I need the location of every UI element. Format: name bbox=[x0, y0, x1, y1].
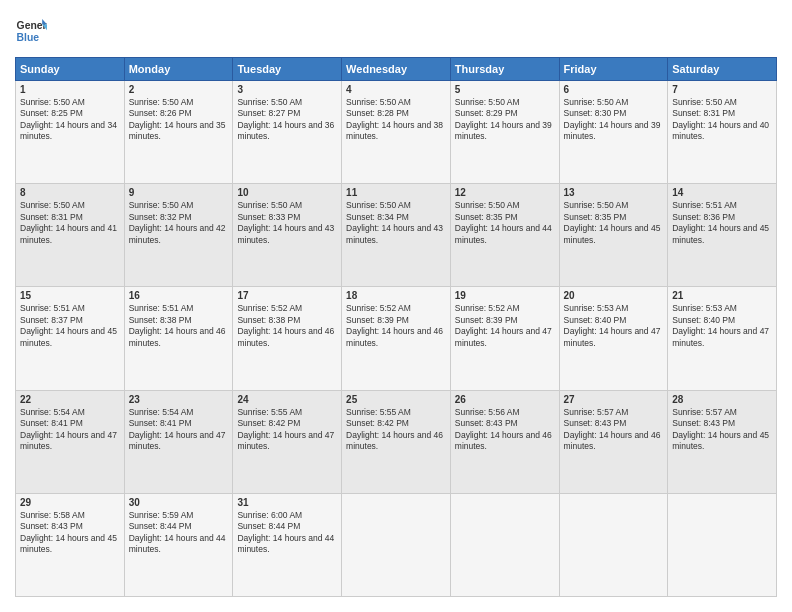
calendar-cell: 17Sunrise: 5:52 AMSunset: 8:38 PMDayligh… bbox=[233, 287, 342, 390]
calendar-cell: 22Sunrise: 5:54 AMSunset: 8:41 PMDayligh… bbox=[16, 390, 125, 493]
calendar-week-row: 1Sunrise: 5:50 AMSunset: 8:25 PMDaylight… bbox=[16, 81, 777, 184]
calendar-cell: 26Sunrise: 5:56 AMSunset: 8:43 PMDayligh… bbox=[450, 390, 559, 493]
day-header-thursday: Thursday bbox=[450, 58, 559, 81]
calendar-cell: 28Sunrise: 5:57 AMSunset: 8:43 PMDayligh… bbox=[668, 390, 777, 493]
cell-content: Sunrise: 5:56 AMSunset: 8:43 PMDaylight:… bbox=[455, 407, 552, 451]
day-number: 8 bbox=[20, 187, 120, 198]
svg-text:Blue: Blue bbox=[17, 32, 40, 43]
day-header-tuesday: Tuesday bbox=[233, 58, 342, 81]
cell-content: Sunrise: 5:51 AMSunset: 8:36 PMDaylight:… bbox=[672, 200, 769, 244]
day-number: 7 bbox=[672, 84, 772, 95]
cell-content: Sunrise: 5:50 AMSunset: 8:32 PMDaylight:… bbox=[129, 200, 226, 244]
calendar-cell: 25Sunrise: 5:55 AMSunset: 8:42 PMDayligh… bbox=[342, 390, 451, 493]
day-number: 25 bbox=[346, 394, 446, 405]
calendar-cell: 18Sunrise: 5:52 AMSunset: 8:39 PMDayligh… bbox=[342, 287, 451, 390]
calendar-cell: 21Sunrise: 5:53 AMSunset: 8:40 PMDayligh… bbox=[668, 287, 777, 390]
cell-content: Sunrise: 5:50 AMSunset: 8:27 PMDaylight:… bbox=[237, 97, 334, 141]
calendar-cell: 6Sunrise: 5:50 AMSunset: 8:30 PMDaylight… bbox=[559, 81, 668, 184]
cell-content: Sunrise: 5:52 AMSunset: 8:38 PMDaylight:… bbox=[237, 303, 334, 347]
calendar-cell: 29Sunrise: 5:58 AMSunset: 8:43 PMDayligh… bbox=[16, 493, 125, 596]
day-number: 22 bbox=[20, 394, 120, 405]
day-number: 5 bbox=[455, 84, 555, 95]
day-header-wednesday: Wednesday bbox=[342, 58, 451, 81]
cell-content: Sunrise: 6:00 AMSunset: 8:44 PMDaylight:… bbox=[237, 510, 334, 554]
day-header-friday: Friday bbox=[559, 58, 668, 81]
cell-content: Sunrise: 5:50 AMSunset: 8:33 PMDaylight:… bbox=[237, 200, 334, 244]
day-number: 9 bbox=[129, 187, 229, 198]
cell-content: Sunrise: 5:50 AMSunset: 8:28 PMDaylight:… bbox=[346, 97, 443, 141]
calendar-week-row: 15Sunrise: 5:51 AMSunset: 8:37 PMDayligh… bbox=[16, 287, 777, 390]
cell-content: Sunrise: 5:50 AMSunset: 8:29 PMDaylight:… bbox=[455, 97, 552, 141]
day-number: 10 bbox=[237, 187, 337, 198]
calendar-cell: 2Sunrise: 5:50 AMSunset: 8:26 PMDaylight… bbox=[124, 81, 233, 184]
day-number: 30 bbox=[129, 497, 229, 508]
calendar-week-row: 8Sunrise: 5:50 AMSunset: 8:31 PMDaylight… bbox=[16, 184, 777, 287]
day-number: 1 bbox=[20, 84, 120, 95]
day-number: 20 bbox=[564, 290, 664, 301]
cell-content: Sunrise: 5:53 AMSunset: 8:40 PMDaylight:… bbox=[672, 303, 769, 347]
calendar-week-row: 29Sunrise: 5:58 AMSunset: 8:43 PMDayligh… bbox=[16, 493, 777, 596]
calendar-cell: 1Sunrise: 5:50 AMSunset: 8:25 PMDaylight… bbox=[16, 81, 125, 184]
calendar-cell: 5Sunrise: 5:50 AMSunset: 8:29 PMDaylight… bbox=[450, 81, 559, 184]
calendar-cell bbox=[342, 493, 451, 596]
calendar-cell: 8Sunrise: 5:50 AMSunset: 8:31 PMDaylight… bbox=[16, 184, 125, 287]
calendar-cell: 14Sunrise: 5:51 AMSunset: 8:36 PMDayligh… bbox=[668, 184, 777, 287]
day-number: 24 bbox=[237, 394, 337, 405]
calendar-cell: 9Sunrise: 5:50 AMSunset: 8:32 PMDaylight… bbox=[124, 184, 233, 287]
day-number: 13 bbox=[564, 187, 664, 198]
cell-content: Sunrise: 5:50 AMSunset: 8:26 PMDaylight:… bbox=[129, 97, 226, 141]
calendar-cell: 27Sunrise: 5:57 AMSunset: 8:43 PMDayligh… bbox=[559, 390, 668, 493]
day-number: 19 bbox=[455, 290, 555, 301]
day-number: 27 bbox=[564, 394, 664, 405]
cell-content: Sunrise: 5:50 AMSunset: 8:25 PMDaylight:… bbox=[20, 97, 117, 141]
calendar-cell bbox=[559, 493, 668, 596]
day-number: 3 bbox=[237, 84, 337, 95]
calendar-cell: 7Sunrise: 5:50 AMSunset: 8:31 PMDaylight… bbox=[668, 81, 777, 184]
day-header-sunday: Sunday bbox=[16, 58, 125, 81]
cell-content: Sunrise: 5:57 AMSunset: 8:43 PMDaylight:… bbox=[564, 407, 661, 451]
cell-content: Sunrise: 5:50 AMSunset: 8:35 PMDaylight:… bbox=[455, 200, 552, 244]
day-number: 23 bbox=[129, 394, 229, 405]
calendar-cell: 31Sunrise: 6:00 AMSunset: 8:44 PMDayligh… bbox=[233, 493, 342, 596]
calendar-cell: 16Sunrise: 5:51 AMSunset: 8:38 PMDayligh… bbox=[124, 287, 233, 390]
cell-content: Sunrise: 5:50 AMSunset: 8:34 PMDaylight:… bbox=[346, 200, 443, 244]
calendar-page: General Blue SundayMondayTuesdayWednesda… bbox=[0, 0, 792, 612]
day-number: 17 bbox=[237, 290, 337, 301]
day-number: 12 bbox=[455, 187, 555, 198]
cell-content: Sunrise: 5:57 AMSunset: 8:43 PMDaylight:… bbox=[672, 407, 769, 451]
calendar-cell: 23Sunrise: 5:54 AMSunset: 8:41 PMDayligh… bbox=[124, 390, 233, 493]
calendar-cell: 3Sunrise: 5:50 AMSunset: 8:27 PMDaylight… bbox=[233, 81, 342, 184]
day-number: 15 bbox=[20, 290, 120, 301]
calendar-cell: 10Sunrise: 5:50 AMSunset: 8:33 PMDayligh… bbox=[233, 184, 342, 287]
cell-content: Sunrise: 5:59 AMSunset: 8:44 PMDaylight:… bbox=[129, 510, 226, 554]
cell-content: Sunrise: 5:51 AMSunset: 8:37 PMDaylight:… bbox=[20, 303, 117, 347]
calendar-cell: 13Sunrise: 5:50 AMSunset: 8:35 PMDayligh… bbox=[559, 184, 668, 287]
cell-content: Sunrise: 5:53 AMSunset: 8:40 PMDaylight:… bbox=[564, 303, 661, 347]
cell-content: Sunrise: 5:52 AMSunset: 8:39 PMDaylight:… bbox=[455, 303, 552, 347]
calendar-body: 1Sunrise: 5:50 AMSunset: 8:25 PMDaylight… bbox=[16, 81, 777, 597]
day-number: 31 bbox=[237, 497, 337, 508]
cell-content: Sunrise: 5:54 AMSunset: 8:41 PMDaylight:… bbox=[129, 407, 226, 451]
cell-content: Sunrise: 5:52 AMSunset: 8:39 PMDaylight:… bbox=[346, 303, 443, 347]
calendar-week-row: 22Sunrise: 5:54 AMSunset: 8:41 PMDayligh… bbox=[16, 390, 777, 493]
logo: General Blue bbox=[15, 15, 47, 47]
calendar-cell: 15Sunrise: 5:51 AMSunset: 8:37 PMDayligh… bbox=[16, 287, 125, 390]
cell-content: Sunrise: 5:58 AMSunset: 8:43 PMDaylight:… bbox=[20, 510, 117, 554]
calendar-cell: 24Sunrise: 5:55 AMSunset: 8:42 PMDayligh… bbox=[233, 390, 342, 493]
calendar-table: SundayMondayTuesdayWednesdayThursdayFrid… bbox=[15, 57, 777, 597]
day-number: 21 bbox=[672, 290, 772, 301]
calendar-cell bbox=[450, 493, 559, 596]
calendar-header-row: SundayMondayTuesdayWednesdayThursdayFrid… bbox=[16, 58, 777, 81]
calendar-cell: 19Sunrise: 5:52 AMSunset: 8:39 PMDayligh… bbox=[450, 287, 559, 390]
cell-content: Sunrise: 5:55 AMSunset: 8:42 PMDaylight:… bbox=[346, 407, 443, 451]
day-number: 14 bbox=[672, 187, 772, 198]
day-number: 29 bbox=[20, 497, 120, 508]
cell-content: Sunrise: 5:54 AMSunset: 8:41 PMDaylight:… bbox=[20, 407, 117, 451]
day-number: 28 bbox=[672, 394, 772, 405]
calendar-cell: 4Sunrise: 5:50 AMSunset: 8:28 PMDaylight… bbox=[342, 81, 451, 184]
calendar-cell bbox=[668, 493, 777, 596]
day-number: 18 bbox=[346, 290, 446, 301]
day-number: 26 bbox=[455, 394, 555, 405]
cell-content: Sunrise: 5:50 AMSunset: 8:31 PMDaylight:… bbox=[672, 97, 769, 141]
day-number: 6 bbox=[564, 84, 664, 95]
